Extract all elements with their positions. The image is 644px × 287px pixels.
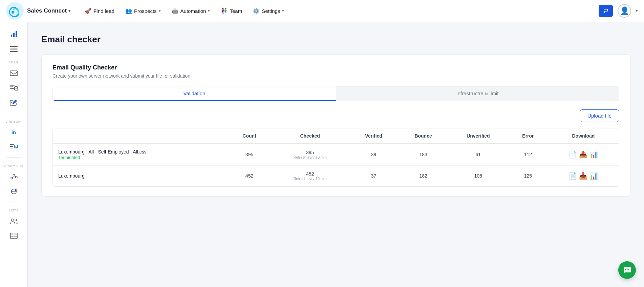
sidebar-item-list-email[interactable] xyxy=(6,81,22,95)
settings-chevron-icon: ▾ xyxy=(282,9,284,13)
sidebar-divider-2 xyxy=(7,157,21,158)
sidebar-item-lists-table[interactable] xyxy=(6,229,22,243)
row1-download-blue-icon[interactable]: 📥 xyxy=(579,150,587,159)
settings-icon: ⚙️ xyxy=(253,8,260,14)
sidebar-item-menu[interactable] xyxy=(6,42,22,56)
avatar-button[interactable]: 👤 xyxy=(618,4,631,18)
main-content: Email checker Email Quality Checker Crea… xyxy=(28,22,644,287)
page-title: Email checker xyxy=(41,34,630,45)
col-name xyxy=(53,128,228,144)
row2-download: 📄 📥 📊 xyxy=(548,166,619,186)
svg-point-17 xyxy=(10,177,12,179)
svg-rect-8 xyxy=(10,85,15,86)
tabs-container: Validation Infrastructre & limit xyxy=(52,86,619,101)
tab-infrastructure[interactable]: Infrastructre & limit xyxy=(336,86,619,101)
top-nav-menu: 🚀 Find lead 👥 Prospects ▾ 🤖 Automation ▾… xyxy=(80,5,599,17)
upload-row: Upload file xyxy=(52,109,619,122)
team-icon: 👫 xyxy=(221,8,228,14)
nav-settings-label: Settings xyxy=(262,8,280,14)
topnav-right: ⇄ 👤 ▾ xyxy=(599,4,638,18)
sidebar-item-lists-users[interactable] xyxy=(6,214,22,228)
nav-automation[interactable]: 🤖 Automation ▾ xyxy=(167,5,215,17)
row1-filename: Luxembourg - All - Self-Employed - All.c… xyxy=(58,149,147,155)
nav-prospects[interactable]: 👥 Prospects ▾ xyxy=(121,5,166,17)
row2-refresh-note: Refresh evry 10 min xyxy=(276,177,343,181)
avatar-chevron-icon: ▾ xyxy=(636,9,638,13)
row2-count: 452 xyxy=(228,166,271,186)
row1-download-file-icon[interactable]: 📄 xyxy=(568,150,577,159)
svg-point-33 xyxy=(627,269,628,270)
sidebar-item-inbox[interactable] xyxy=(6,66,22,80)
svg-rect-5 xyxy=(10,46,18,47)
email-checker-card: Email Quality Checker Create your own se… xyxy=(41,54,630,197)
col-checked: Checked xyxy=(271,128,349,144)
sidebar-item-web-analytics[interactable]: 📋 xyxy=(6,185,22,198)
row2-bounce: 182 xyxy=(399,166,448,186)
svg-text:📋: 📋 xyxy=(16,188,18,191)
sidebar-email-label: EMAIL xyxy=(0,61,27,64)
brand-chevron-icon: ▾ xyxy=(68,8,70,13)
row1-download-green-icon[interactable]: 📊 xyxy=(589,150,598,159)
nav-settings[interactable]: ⚙️ Settings ▾ xyxy=(248,5,289,17)
svg-line-21 xyxy=(15,176,16,177)
row2-checked: 452 Refresh evry 10 min xyxy=(271,166,349,186)
col-bounce: Bounce xyxy=(399,128,448,144)
find-lead-icon: 🚀 xyxy=(85,8,91,14)
svg-point-32 xyxy=(625,269,626,270)
nav-find-lead-label: Find lead xyxy=(93,8,114,14)
row2-download-blue-icon[interactable]: 📥 xyxy=(579,172,587,180)
tab-validation[interactable]: Validation xyxy=(53,86,336,101)
automation-chevron-icon: ▾ xyxy=(208,9,210,13)
svg-rect-10 xyxy=(10,88,14,89)
email-table: Count Checked Verified Bounce Unverified… xyxy=(53,128,619,186)
switch-button[interactable]: ⇄ xyxy=(599,5,613,17)
svg-rect-12 xyxy=(10,144,14,145)
card-title: Email Quality Checker xyxy=(52,64,619,71)
chat-bubble-button[interactable] xyxy=(618,261,636,279)
row2-filename: Luxembourg - xyxy=(58,173,87,179)
row1-download-icons: 📄 📥 📊 xyxy=(553,150,614,159)
sidebar-analytics-label: ANALYTICS xyxy=(0,164,27,168)
top-navigation: Sales Connect ▾ 🚀 Find lead 👥 Prospects … xyxy=(0,0,644,22)
nav-automation-label: Automation xyxy=(180,8,206,14)
table-row: Luxembourg - 452 452 Refresh evry 10 min… xyxy=(53,166,619,186)
row1-status: Terminated xyxy=(58,155,80,160)
row1-count: 395 xyxy=(228,144,271,166)
svg-text:in: in xyxy=(15,146,18,149)
sidebar-item-link-analytics[interactable] xyxy=(6,170,22,183)
svg-rect-3 xyxy=(13,33,15,37)
prospects-chevron-icon: ▾ xyxy=(159,9,161,13)
svg-point-34 xyxy=(628,269,629,270)
sidebar-item-linkedin-list[interactable]: in xyxy=(6,140,22,154)
upload-file-button[interactable]: Upload file xyxy=(580,109,619,122)
card-subtitle: Create your own server network and submi… xyxy=(52,73,619,79)
app-logo xyxy=(6,2,24,20)
sidebar-divider-1 xyxy=(7,113,21,113)
row1-bounce: 183 xyxy=(399,144,448,166)
sidebar-lists-label: LISTS xyxy=(0,209,27,212)
svg-point-19 xyxy=(15,176,17,178)
svg-rect-13 xyxy=(10,146,13,147)
row1-checked: 395 Refresh evry 10 min xyxy=(271,144,349,166)
row1-download: 📄 📥 📊 xyxy=(548,144,619,166)
row2-download-file-icon[interactable]: 📄 xyxy=(568,172,577,180)
svg-point-27 xyxy=(15,219,17,221)
svg-rect-6 xyxy=(10,49,18,50)
row2-verified: 37 xyxy=(349,166,399,186)
sidebar-item-chart[interactable] xyxy=(6,27,22,41)
nav-find-lead[interactable]: 🚀 Find lead xyxy=(80,5,119,17)
brand-name[interactable]: Sales Connect ▾ xyxy=(27,7,70,14)
row2-unverified: 108 xyxy=(448,166,508,186)
svg-point-18 xyxy=(13,175,15,177)
row1-verified: 39 xyxy=(349,144,399,166)
sidebar-item-linkedin[interactable]: in xyxy=(6,125,22,139)
col-unverified: Unverified xyxy=(448,128,508,144)
col-error: Error xyxy=(508,128,548,144)
nav-team[interactable]: 👫 Team xyxy=(216,5,247,17)
col-count: Count xyxy=(228,128,271,144)
svg-rect-4 xyxy=(16,31,17,37)
row2-name-cell: Luxembourg - xyxy=(53,166,228,186)
row2-download-green-icon[interactable]: 📊 xyxy=(589,172,598,180)
col-verified: Verified xyxy=(349,128,399,144)
sidebar-item-compose-email[interactable] xyxy=(6,96,22,109)
